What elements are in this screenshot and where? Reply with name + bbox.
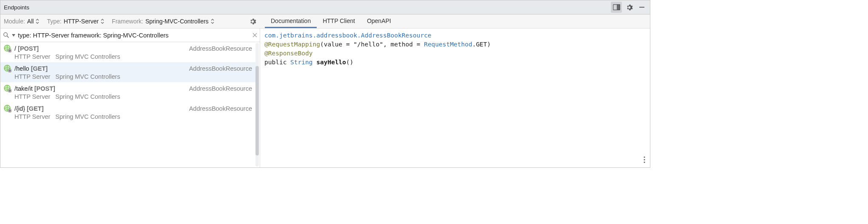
search-dropdown-icon[interactable] [12,34,15,37]
endpoint-icon [4,85,11,92]
filter-module-value: All [27,18,34,25]
doc-annotation: @ResponseBody [264,50,313,57]
endpoints-tool-window: Endpoints Module: All Type: HTTP-Server [0,0,650,168]
titlebar: Endpoints [0,0,650,14]
endpoint-subtype: HTTP Server [14,53,50,60]
svg-line-4 [7,36,9,37]
more-vertical-icon [641,156,647,164]
details-tabs: Documentation HTTP Client OpenAPI [260,14,397,28]
more-button[interactable] [641,156,647,165]
filter-settings-button[interactable] [249,18,260,25]
endpoint-item[interactable]: /hello [GET]AddressBookResourceHTTP Serv… [0,62,255,82]
details-panel: com.jetbrains.addressbook.AddressBookRes… [260,29,650,167]
endpoint-origin: AddressBookResource [189,45,252,52]
endpoint-subtype: HTTP Server [14,93,50,100]
filter-module-label: Module: [4,18,25,25]
svg-point-23 [644,161,645,163]
endpoint-icon [4,45,11,52]
endpoint-path: / [POST] [14,45,39,52]
endpoint-framework: Spring MVC Controllers [55,73,120,80]
search-row [0,29,260,42]
endpoint-framework: Spring MVC Controllers [55,93,120,100]
layout-icon [613,4,620,10]
tab-http-client[interactable]: HTTP Client [317,14,361,28]
endpoint-item[interactable]: / [POST]AddressBookResourceHTTP ServerSp… [0,42,255,62]
filter-module[interactable]: Module: All [4,18,39,25]
tab-openapi[interactable]: OpenAPI [361,14,397,28]
filter-framework[interactable]: Framework: Spring-MVC-Controllers [112,18,214,25]
endpoints-list[interactable]: / [POST]AddressBookResourceHTTP ServerSp… [0,42,260,167]
scrollbar-thumb[interactable] [255,66,259,155]
filter-type[interactable]: Type: HTTP-Server [47,18,104,25]
endpoint-origin: AddressBookResource [189,65,252,72]
settings-button[interactable] [624,2,635,13]
filter-framework-value: Spring-MVC-Controllers [145,18,209,25]
endpoint-method: [GET] [31,65,48,72]
endpoint-icon [4,105,11,112]
filter-type-label: Type: [47,18,61,25]
titlebar-actions [611,2,647,13]
gear-icon [249,18,256,25]
endpoint-origin: AddressBookResource [189,85,252,92]
tab-documentation[interactable]: Documentation [265,14,317,28]
minimize-icon [639,4,645,10]
doc-annotation: @RequestMapping [264,41,320,48]
body-split: / [POST]AddressBookResourceHTTP ServerSp… [0,29,650,167]
filter-framework-label: Framework: [112,18,143,25]
hide-button[interactable] [636,2,647,13]
filter-bar: Module: All Type: HTTP-Server Framework:… [0,14,650,29]
svg-point-3 [4,33,8,37]
endpoint-subtype: HTTP Server [14,73,50,80]
scrollbar[interactable] [255,43,259,167]
endpoint-method: [GET] [27,105,43,112]
chevron-updown-icon [36,19,39,24]
endpoint-item[interactable]: /{id} [GET]AddressBookResourceHTTP Serve… [0,102,255,122]
filter-row: Module: All Type: HTTP-Server Framework:… [0,14,260,28]
endpoint-method: [POST] [34,85,55,92]
endpoint-method: [POST] [18,45,39,52]
chevron-updown-icon [211,19,214,24]
search-icon [3,32,9,38]
endpoint-origin: AddressBookResource [189,105,252,112]
endpoint-path: /{id} [GET] [14,105,44,112]
doc-fqcn: com.jetbrains.addressbook.AddressBookRes… [264,32,431,39]
endpoint-path: /hello [GET] [14,65,48,72]
svg-rect-2 [639,7,644,8]
close-icon [252,33,257,37]
clear-search-button[interactable] [252,33,257,37]
svg-point-21 [644,156,645,158]
titlebar-title: Endpoints [4,4,29,11]
documentation-content: com.jetbrains.addressbook.AddressBookRes… [260,29,650,69]
search-input[interactable] [18,32,250,39]
endpoint-item[interactable]: /take/it [POST]AddressBookResourceHTTP S… [0,82,255,102]
endpoint-framework: Spring MVC Controllers [55,113,120,120]
svg-point-22 [644,159,645,160]
filter-type-value: HTTP-Server [64,18,99,25]
chevron-updown-icon [101,19,104,24]
layout-toggle-button[interactable] [611,2,622,13]
endpoint-framework: Spring MVC Controllers [55,53,120,60]
doc-method-name: sayHello [316,59,346,66]
endpoint-icon [4,65,11,72]
gear-icon [626,4,633,11]
endpoint-path: /take/it [POST] [14,85,55,92]
endpoints-panel: / [POST]AddressBookResourceHTTP ServerSp… [0,29,260,167]
endpoint-subtype: HTTP Server [14,113,50,120]
svg-rect-1 [617,5,620,10]
